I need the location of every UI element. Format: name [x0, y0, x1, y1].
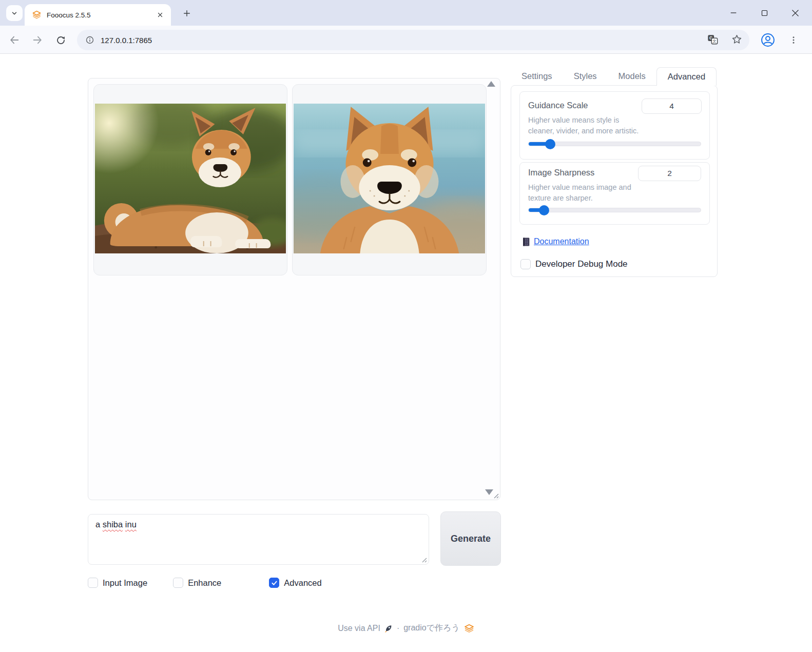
guidance-scale-input[interactable]: 4: [642, 98, 702, 114]
guidance-scale-slider[interactable]: [528, 142, 701, 146]
book-icon: [522, 238, 531, 246]
documentation-row: Documentation: [522, 237, 589, 246]
image-sharpness-slider-thumb[interactable]: [539, 205, 549, 215]
prompt-textarea[interactable]: a shiba inu: [88, 514, 429, 565]
svg-text:文: 文: [712, 38, 717, 43]
gradio-logo-icon: [464, 624, 474, 633]
image-sharpness-group: Image Sharpness 2 Higher value means ima…: [519, 162, 710, 225]
address-bar[interactable]: 127.0.0.1:7865 G 文: [77, 30, 749, 50]
profile-avatar[interactable]: [761, 33, 775, 47]
maximize-button[interactable]: [758, 6, 771, 19]
fooocus-favicon-icon: [32, 10, 42, 20]
url-text[interactable]: 127.0.0.1:7865: [101, 36, 707, 45]
image-sharpness-slider-fill: [529, 208, 544, 212]
site-info-icon[interactable]: [85, 35, 94, 45]
advanced-panel: Guidance Scale 4 Higher value means styl…: [511, 85, 718, 277]
bookmark-star-icon[interactable]: [731, 34, 742, 47]
guidance-scale-slider-thumb[interactable]: [545, 139, 555, 149]
enhance-label: Enhance: [188, 578, 221, 588]
browser-menu-icon[interactable]: [786, 33, 801, 47]
developer-debug-row: Developer Debug Mode: [520, 259, 628, 269]
output-gallery: [88, 78, 500, 500]
gallery-scroll-up-icon[interactable]: [487, 81, 495, 87]
browser-tabstrip: Fooocus 2.5.5: [0, 0, 812, 26]
tab-advanced[interactable]: Advanced: [656, 67, 717, 86]
footer-separator: ·: [397, 624, 399, 633]
gallery-item-1[interactable]: [93, 84, 287, 275]
guidance-scale-label: Guidance Scale: [528, 101, 588, 110]
generated-image-2[interactable]: [294, 104, 485, 253]
browser-window: Fooocus 2.5.5 127.0.0: [0, 0, 812, 652]
close-window-button[interactable]: [788, 6, 802, 19]
use-via-api-link[interactable]: Use via API: [338, 624, 380, 633]
guidance-scale-slider-fill: [529, 142, 550, 146]
tab-settings[interactable]: Settings: [511, 67, 563, 85]
image-sharpness-label: Image Sharpness: [528, 168, 594, 177]
tab-styles[interactable]: Styles: [563, 67, 608, 85]
image-sharpness-description: Higher value means image and texture are…: [528, 182, 646, 204]
textarea-resize-grip[interactable]: [422, 558, 427, 563]
rocket-icon: [384, 624, 393, 633]
tab-list-button[interactable]: [6, 5, 23, 21]
gallery-scroll-down-icon[interactable]: [485, 489, 493, 495]
generated-image-1[interactable]: [95, 104, 286, 253]
gradio-footer: Use via API · gradioで作ろう: [0, 623, 812, 634]
reload-button[interactable]: [53, 33, 68, 47]
advanced-checkbox[interactable]: [269, 578, 279, 588]
browser-tab-title: Fooocus 2.5.5: [47, 11, 154, 19]
enhance-checkbox[interactable]: [173, 578, 183, 588]
prompt-text: a shiba inu: [95, 520, 137, 529]
built-with-gradio-link[interactable]: gradioで作ろう: [403, 623, 460, 634]
tab-close-icon[interactable]: [154, 9, 166, 21]
forward-button[interactable]: [30, 33, 45, 47]
window-controls: [727, 0, 812, 26]
advanced-option-label: Advanced: [284, 578, 321, 588]
option-input-image[interactable]: Input Image: [88, 578, 147, 588]
minimize-button[interactable]: [727, 6, 740, 19]
guidance-scale-description: Higher value means style is cleaner, viv…: [528, 115, 646, 136]
new-tab-button[interactable]: [180, 6, 194, 21]
back-button[interactable]: [7, 33, 22, 47]
image-sharpness-slider[interactable]: [528, 208, 701, 212]
gallery-resize-grip[interactable]: [494, 493, 499, 499]
settings-tabbar: Settings Styles Models Advanced: [511, 67, 717, 86]
developer-debug-checkbox[interactable]: [520, 259, 531, 269]
options-row: Input Image Enhance Advanced: [88, 578, 322, 588]
option-advanced[interactable]: Advanced: [269, 578, 321, 588]
option-enhance[interactable]: Enhance: [173, 578, 221, 588]
chevron-down-icon: [11, 10, 18, 17]
documentation-link[interactable]: Documentation: [534, 237, 589, 246]
generate-button[interactable]: Generate: [440, 511, 501, 566]
browser-tab[interactable]: Fooocus 2.5.5: [25, 4, 171, 26]
developer-debug-label: Developer Debug Mode: [535, 259, 628, 269]
tab-models[interactable]: Models: [608, 67, 656, 85]
image-sharpness-input[interactable]: 2: [638, 166, 701, 181]
gallery-item-2[interactable]: [292, 84, 487, 275]
guidance-scale-group: Guidance Scale 4 Higher value means styl…: [519, 91, 710, 160]
input-image-checkbox[interactable]: [88, 578, 98, 588]
input-image-label: Input Image: [103, 578, 147, 588]
plus-icon: [183, 9, 191, 17]
translate-icon[interactable]: G 文: [707, 34, 718, 47]
